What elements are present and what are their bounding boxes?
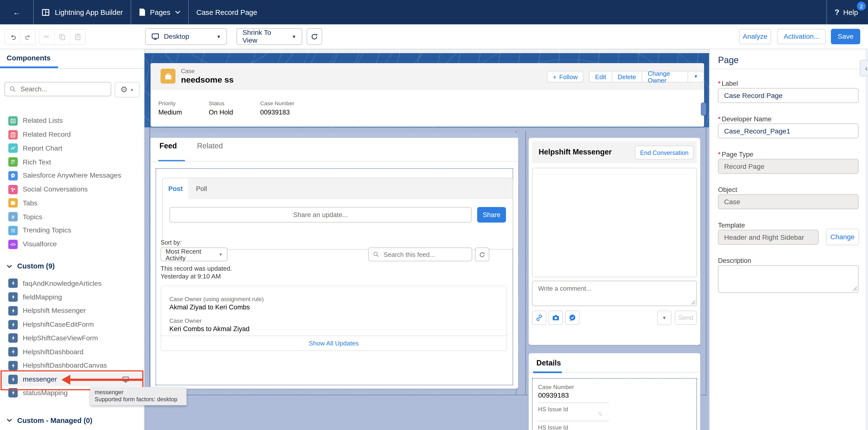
publisher-tab-strip bbox=[163, 178, 513, 199]
canvas-scrollbar-thumb[interactable] bbox=[701, 102, 707, 116]
component-item[interactable]: Social Conversations bbox=[0, 182, 144, 196]
camera-button[interactable] bbox=[549, 311, 563, 325]
developer-name-input[interactable] bbox=[718, 124, 859, 139]
active-tab-underline bbox=[533, 371, 562, 373]
helpshift-messenger-component[interactable]: Helpshift Messenger End Conversation bbox=[529, 138, 700, 345]
chevron-left-icon: ‹ bbox=[865, 64, 868, 72]
component-item[interactable]: Helpshift Messenger bbox=[0, 304, 144, 317]
change-owner-button[interactable]: Change Owner bbox=[642, 71, 688, 82]
feed-field-label: Case Owner bbox=[169, 317, 202, 324]
component-item[interactable]: # Topics bbox=[0, 210, 144, 224]
paste-button[interactable] bbox=[70, 29, 85, 44]
tab-feed[interactable]: Feed bbox=[159, 142, 177, 150]
analyze-button[interactable]: Analyze bbox=[739, 29, 771, 44]
breadcrumb-label: Case Record Page bbox=[196, 8, 257, 16]
record-update-time[interactable]: Yesterday at 9:10 AM bbox=[160, 273, 221, 279]
tab-components[interactable]: Components bbox=[0, 49, 59, 68]
feed-refresh-button[interactable] bbox=[475, 248, 489, 262]
tab-related[interactable]: Related bbox=[197, 142, 223, 150]
managed-section-header[interactable]: Custom - Managed (0) bbox=[0, 413, 144, 428]
feed-search-input[interactable] bbox=[382, 250, 467, 258]
end-conversation-button[interactable]: End Conversation bbox=[635, 146, 693, 160]
device-select[interactable]: Desktop ▼ bbox=[145, 28, 227, 45]
label-field-label: *Label bbox=[718, 80, 738, 88]
lightning-app-builder: ← Lightning App Builder Pages Case Recor… bbox=[0, 0, 868, 430]
undo-button[interactable] bbox=[5, 29, 20, 44]
page-type-input bbox=[718, 159, 859, 174]
copy-button[interactable] bbox=[54, 29, 70, 44]
details-region-outline: Case Number 00939183 HS Issue Id ✎ HS Is… bbox=[532, 378, 697, 430]
delete-button[interactable]: Delete bbox=[612, 71, 642, 82]
tab-details[interactable]: Details bbox=[536, 359, 561, 367]
cut-button[interactable]: ✂ bbox=[39, 29, 54, 44]
sort-by-label: Sort by: bbox=[160, 239, 182, 246]
component-item[interactable]: Rich Text bbox=[0, 155, 144, 169]
list-icon bbox=[8, 226, 18, 235]
description-input[interactable] bbox=[718, 265, 859, 293]
tab-post[interactable]: Post bbox=[163, 178, 188, 199]
refresh-button[interactable] bbox=[307, 28, 322, 45]
details-tab-component[interactable]: Details Case Number 00939183 HS Issue Id… bbox=[529, 353, 700, 430]
help-label: Help bbox=[843, 8, 858, 16]
tooltip-title: messenger bbox=[95, 389, 182, 395]
tab-poll[interactable]: Poll bbox=[196, 185, 207, 193]
resolve-chat-button[interactable] bbox=[565, 311, 580, 325]
show-all-updates-link[interactable]: Show All Updates bbox=[161, 340, 506, 346]
component-item[interactable]: HelpshiftCaseEditForm bbox=[0, 318, 144, 331]
component-search[interactable] bbox=[4, 82, 111, 96]
component-item[interactable]: fieldMapping bbox=[0, 290, 144, 304]
component-item[interactable]: Report Chart bbox=[0, 142, 144, 155]
component-item[interactable]: Tabs bbox=[0, 196, 144, 210]
label-input[interactable] bbox=[718, 88, 859, 103]
component-item[interactable]: HelpshiftDashboard bbox=[0, 345, 144, 359]
save-button[interactable]: Save bbox=[831, 29, 860, 44]
share-update-input[interactable] bbox=[169, 207, 472, 223]
help-menu[interactable]: ? Help 2 bbox=[827, 0, 868, 24]
settings-menu-button[interactable]: ⚙ ▼ bbox=[115, 82, 140, 97]
collapse-panel-button[interactable]: ‹ bbox=[860, 60, 868, 76]
app-header: ← Lightning App Builder Pages Case Recor… bbox=[0, 0, 868, 24]
bolt-icon bbox=[8, 361, 18, 370]
caret-down-icon: ▼ bbox=[219, 252, 223, 256]
send-button[interactable]: Send bbox=[675, 311, 697, 325]
edit-button[interactable]: Edit bbox=[590, 71, 612, 82]
share-button[interactable]: Share bbox=[477, 207, 506, 223]
comment-input[interactable] bbox=[532, 281, 697, 306]
edit-pencil-icon[interactable]: ✎ bbox=[598, 411, 603, 418]
custom-section-header[interactable]: Custom (9) bbox=[0, 259, 144, 273]
more-actions-caret[interactable]: ▼ bbox=[688, 71, 704, 82]
feed-field-label: Case Owner (using assignment rule) bbox=[169, 296, 264, 302]
search-icon bbox=[9, 86, 16, 92]
send-options-caret[interactable]: ▼ bbox=[657, 311, 672, 325]
back-button[interactable]: ← bbox=[0, 0, 33, 24]
attach-link-button[interactable] bbox=[532, 311, 547, 325]
redo-button[interactable] bbox=[20, 29, 36, 44]
component-item[interactable]: </> Visualforce bbox=[0, 237, 144, 251]
tabs-component[interactable]: Feed Related Post Poll Share Sort by: Mo… bbox=[151, 133, 518, 389]
component-item[interactable]: HelpShiftCaseViewForm bbox=[0, 331, 144, 345]
code-icon: </> bbox=[8, 240, 18, 249]
question-mark-icon: ? bbox=[835, 8, 839, 17]
component-item[interactable]: faqAndKnowledgeArticles bbox=[0, 277, 144, 290]
feed-search-box[interactable] bbox=[368, 248, 472, 262]
pages-menu[interactable]: Pages bbox=[131, 0, 188, 24]
highlight-field: Case Number 00939183 bbox=[260, 100, 294, 116]
sort-select[interactable]: Most Recent Activity ▼ bbox=[160, 248, 227, 262]
highlights-panel-component[interactable]: Case needsome ss + Follow Edit Delete Ch… bbox=[151, 63, 704, 127]
view-mode-select[interactable]: Shrink To View ▼ bbox=[236, 28, 302, 45]
resize-handle[interactable] bbox=[691, 300, 696, 305]
chevron-down-icon bbox=[175, 10, 180, 14]
feed-field-value: Akmal Ziyad to Keri Combs bbox=[169, 303, 250, 311]
search-input[interactable] bbox=[20, 85, 106, 94]
component-item[interactable]: Trending Topics bbox=[0, 224, 144, 237]
component-item[interactable]: Related Lists bbox=[0, 114, 144, 128]
messenger-header: Helpshift Messenger End Conversation bbox=[532, 141, 697, 163]
component-item[interactable]: Salesforce Anywhere Messages bbox=[0, 169, 144, 182]
detail-field-label: HS Issue Id bbox=[538, 424, 568, 430]
change-template-button[interactable]: Change bbox=[826, 228, 859, 245]
resize-handle[interactable] bbox=[852, 286, 857, 291]
component-item[interactable]: Related Record bbox=[0, 128, 144, 141]
follow-button[interactable]: + Follow bbox=[547, 71, 584, 83]
link-icon bbox=[535, 314, 543, 321]
activation-button[interactable]: Activation... bbox=[777, 29, 826, 44]
